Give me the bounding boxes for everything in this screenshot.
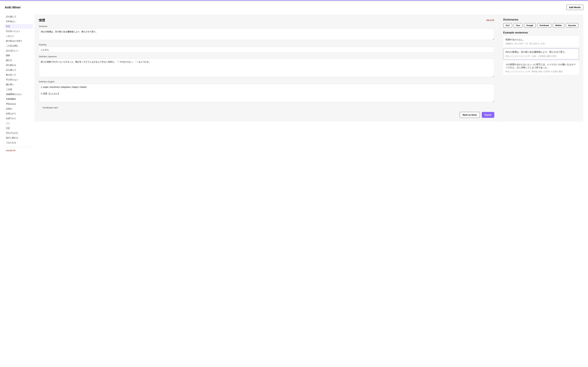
example-sentence: 憤懣やるかたなし。 [506,38,577,41]
sidebar-item[interactable]: 途方に暮れる [5,135,33,140]
defen-input[interactable] [39,84,494,102]
add-words-button[interactable]: Add Words [566,5,583,10]
sentence-input[interactable] [39,28,494,40]
example-card[interactable]: その憤懣やるかたないといった様子には、レジスタンスが嫌いなカルマンでさえ、少し同… [503,61,579,75]
sidebar-item[interactable]: 足を運んで [5,68,33,72]
delete-button[interactable]: DELETE [486,19,494,21]
header: Anki Miner Add Words [0,1,588,12]
example-source: 無職転生 - 第二百四十一話「探し求めていた者」 [506,42,577,45]
vocab-checkbox[interactable] [39,106,41,109]
sidebar-item[interactable]: 不甲斐ない [5,19,33,24]
defjp-input[interactable] [39,58,494,77]
defjp-label: Definition Japanese [39,55,494,58]
sidebar-item[interactable]: 足踏み [5,107,33,111]
dictionary-button[interactable]: Google [524,23,536,28]
sidebar-item[interactable]: うなだれる [5,140,33,145]
sentence-label: Sentence [39,25,494,27]
dictionaries-title: Dictionaries [503,18,579,21]
sidebar-item[interactable]: 金輪際関わらない [5,92,33,97]
example-card[interactable]: 憤懣やるかたなし。無職転生 - 第二百四十一話「探し求めていた者」 [503,36,579,47]
sidebar-item[interactable]: 頭を垂れる [5,63,33,67]
sidebar-item[interactable]: 早呑み込み [5,102,33,106]
sidebar-item[interactable]: 腹を割って [5,73,33,77]
dictionary-button[interactable]: Kotobank [537,23,551,28]
sidebar-item[interactable]: 併設 [5,121,33,126]
sidebar-item[interactable]: 旅の恥はかき捨て [5,39,33,43]
sidebar-item[interactable]: 言わずもがな [5,131,33,135]
export-button[interactable]: Export [482,112,494,118]
main-panel: 憤懣 DELETE Sentence Reading Definition Ja… [35,14,583,122]
sidebar-item[interactable]: 媚びる [5,58,33,63]
sidebar: 足を運んで不甲斐ない憤懣竹を割ったようしきたり旅の恥はかき捨て二の足を踏むはかば… [5,14,35,152]
dictionary-button[interactable]: Syosetu [566,23,579,28]
sidebar-item[interactable]: 右肩上がり [5,111,33,116]
dictionary-button[interactable]: Goo [514,23,522,28]
sidebar-item[interactable]: 鎮静 [5,53,33,58]
dictionary-button[interactable]: ALC [503,23,512,28]
sidebar-item[interactable]: しきたり [5,34,33,38]
example-sentence: その憤懣やるかたないといった様子には、レジスタンスが嫌いなカルマンでさえ、少し同… [506,63,577,69]
reading-input[interactable] [39,47,494,52]
sidebar-item[interactable]: 右肩下がり [5,116,33,121]
sidebar-item[interactable]: 憤懣 [5,24,33,29]
sidebar-item[interactable]: 耳鼻咽喉科 [5,97,33,101]
example-card[interactable]: 内心の憤懣は、目の前に迫る魔物達により、晴らさせて貰う。転生したらスライムだった… [503,49,579,59]
reading-label: Reading [39,43,494,46]
app-title: Anki Miner [5,6,21,9]
sidebar-item[interactable]: 足を運んで [5,14,33,19]
example-source: 転生したらスライムだった件 - 152話 大戦勃発 -動揺と覚悟- [506,55,577,57]
example-sentence: 内心の憤懣は、目の前に迫る魔物達により、晴らさせて貰う。 [506,50,577,54]
sidebar-divider [5,147,33,147]
sidebar-item[interactable]: 腰が重い [5,82,33,87]
vocab-checkbox-label: Vocabulary card [43,107,58,109]
sidebar-item[interactable]: 二の足を踏む [5,43,33,48]
cleanup-button[interactable]: CLEAN UP [5,149,33,152]
sidebar-item[interactable]: 手が回らない [5,77,33,82]
defen-label: Definition English [39,81,494,83]
examples-title: Example sentences [503,31,579,34]
sidebar-item[interactable]: はかばかしい [5,48,33,53]
edit-pane: 憤懣 DELETE Sentence Reading Definition Ja… [35,14,499,122]
side-pane: Dictionaries ALCGooGoogleKotobankWeblioS… [499,14,583,122]
sidebar-item[interactable]: 立証 [5,126,33,131]
sidebar-item[interactable]: 竹を割ったよう [5,29,33,33]
sidebar-item[interactable]: ご法度 [5,87,33,92]
dictionary-button[interactable]: Weblio [553,23,564,28]
mark-done-button[interactable]: Mark as Done [460,112,480,118]
headword: 憤懣 [39,18,45,22]
example-source: 転生したらスライムだった件 - 番外編 -未知への訪問- 07 反撃と邂逅 [506,70,577,73]
